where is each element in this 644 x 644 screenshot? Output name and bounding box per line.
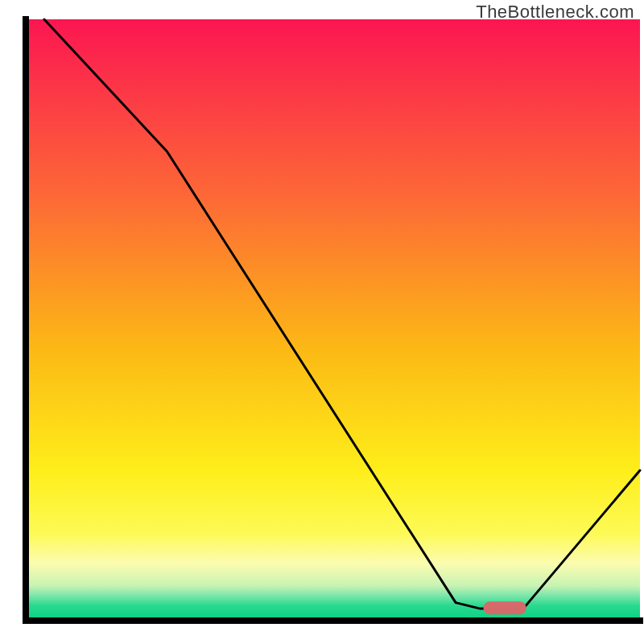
min-marker (483, 601, 526, 614)
plot-background (26, 19, 640, 621)
chart-container: TheBottleneck.com (0, 0, 644, 644)
chart-svg (0, 0, 644, 644)
watermark-text: TheBottleneck.com (476, 2, 634, 23)
